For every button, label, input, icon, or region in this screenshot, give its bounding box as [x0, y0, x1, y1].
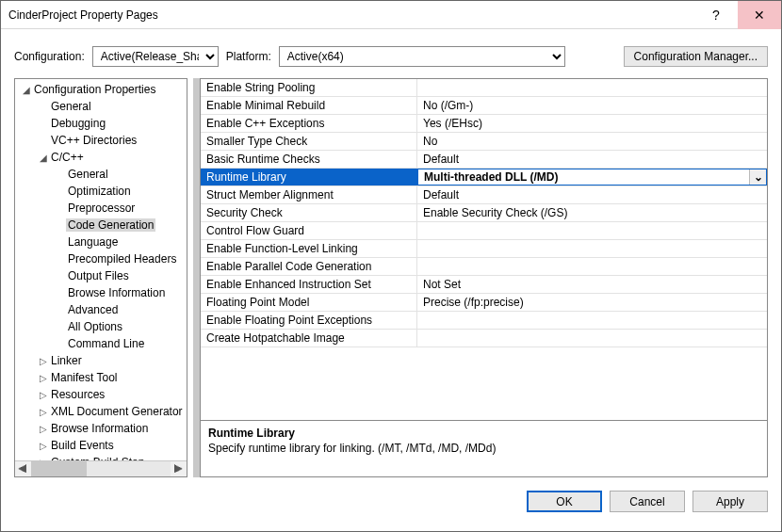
tree-node[interactable]: Advanced [15, 301, 187, 318]
tree-node-label: All Options [66, 320, 124, 333]
tree-node[interactable]: ◢Configuration Properties [15, 81, 187, 98]
scroll-thumb[interactable] [31, 461, 87, 476]
tree-node[interactable]: ▷Custom Build Step [15, 454, 187, 460]
ok-button[interactable]: OK [527, 491, 602, 512]
tree-node[interactable]: General [15, 166, 187, 183]
property-row[interactable]: Enable Minimal RebuildNo (/Gm-) [201, 97, 767, 115]
nav-tree: ◢Configuration PropertiesGeneralDebuggin… [14, 78, 187, 477]
tree-node[interactable]: Preprocessor [15, 200, 187, 217]
property-row[interactable]: Runtime LibraryMulti-threaded DLL (/MD)⌄ [201, 169, 767, 186]
property-value[interactable]: Default [417, 186, 767, 203]
tree-node[interactable]: ◢C/C++ [15, 149, 187, 166]
tree-node-label: Build Events [49, 439, 116, 452]
tree-node-label: VC++ Directories [49, 134, 138, 147]
tree-node-label: Debugging [49, 117, 107, 130]
property-row[interactable]: Smaller Type CheckNo [201, 133, 767, 151]
tree-node[interactable]: ▷Manifest Tool [15, 369, 187, 386]
tree-twist-icon[interactable]: ▷ [38, 390, 49, 400]
description-text: Specify runtime library for linking. (/M… [208, 442, 759, 455]
property-value[interactable]: Enable Security Check (/GS) [417, 204, 767, 221]
close-button[interactable]: ✕ [738, 1, 781, 29]
chevron-down-icon[interactable]: ⌄ [749, 169, 766, 185]
tree-twist-icon[interactable]: ▷ [38, 373, 49, 383]
property-row[interactable]: Control Flow Guard [201, 222, 767, 240]
property-row[interactable]: Struct Member AlignmentDefault [201, 186, 767, 204]
property-grid: Enable String PoolingEnable Minimal Rebu… [200, 78, 768, 477]
tree-twist-icon[interactable]: ▷ [38, 441, 49, 451]
tree-twist-icon[interactable]: ▷ [38, 407, 49, 417]
scroll-track[interactable] [31, 461, 171, 476]
scroll-right-icon[interactable]: ⯈ [171, 463, 187, 475]
tree-node-label: Optimization [66, 185, 133, 198]
platform-label: Platform: [226, 50, 271, 63]
property-row[interactable]: Enable Floating Point Exceptions [201, 312, 767, 330]
tree-node[interactable]: General [15, 98, 187, 115]
property-value[interactable] [417, 330, 767, 347]
property-row[interactable]: Enable Function-Level Linking [201, 240, 767, 258]
description-title: Runtime Library [208, 427, 759, 440]
property-value[interactable] [417, 222, 767, 239]
tree-node[interactable]: Code Generation [15, 217, 187, 234]
tree-node[interactable]: Optimization [15, 183, 187, 200]
help-button[interactable]: ? [694, 1, 738, 29]
configuration-manager-button[interactable]: Configuration Manager... [624, 46, 768, 67]
tree-node[interactable]: ▷Linker [15, 352, 187, 369]
property-row[interactable]: Create Hotpatchable Image [201, 330, 767, 347]
tree-node-label: Advanced [66, 303, 120, 316]
tree-twist-icon[interactable]: ◢ [21, 85, 32, 95]
property-row[interactable]: Enable Parallel Code Generation [201, 258, 767, 276]
tree-node[interactable]: ▷Browse Information [15, 420, 187, 437]
tree-twist-icon[interactable]: ◢ [38, 153, 49, 163]
scroll-left-icon[interactable]: ⯇ [15, 463, 31, 475]
tree-node[interactable]: Debugging [15, 115, 187, 132]
tree-node[interactable]: VC++ Directories [15, 132, 187, 149]
tree-node[interactable]: Browse Information [15, 284, 187, 301]
property-value[interactable]: No (/Gm-) [417, 97, 767, 114]
property-value[interactable]: Precise (/fp:precise) [417, 294, 767, 311]
property-value[interactable] [417, 240, 767, 257]
property-row[interactable]: Basic Runtime ChecksDefault [201, 151, 767, 169]
tree-horizontal-scrollbar[interactable]: ⯇ ⯈ [15, 460, 187, 476]
property-value[interactable]: No [417, 133, 767, 150]
property-description: Runtime Library Specify runtime library … [201, 420, 767, 476]
property-row[interactable]: Enable Enhanced Instruction SetNot Set [201, 276, 767, 294]
tree-node-label: Resources [49, 388, 106, 401]
property-row[interactable]: Floating Point ModelPrecise (/fp:precise… [201, 294, 767, 312]
property-name: Security Check [201, 204, 417, 221]
property-name: Floating Point Model [201, 294, 417, 311]
tree-node-label: Browse Information [49, 422, 150, 435]
property-row[interactable]: Enable String Pooling [201, 79, 767, 97]
property-name: Enable Enhanced Instruction Set [201, 276, 417, 293]
property-value[interactable]: Default [417, 151, 767, 168]
tree-node-label: C/C++ [49, 151, 86, 164]
property-value[interactable]: Yes (/EHsc) [417, 115, 767, 132]
tree-node[interactable]: Language [15, 234, 187, 250]
vertical-splitter[interactable] [193, 78, 200, 477]
apply-button[interactable]: Apply [692, 491, 768, 512]
property-value[interactable] [417, 312, 767, 329]
property-value[interactable] [417, 258, 767, 275]
tree-twist-icon[interactable]: ▷ [38, 356, 49, 366]
platform-select[interactable]: Active(x64) [279, 46, 565, 67]
property-name: Basic Runtime Checks [201, 151, 417, 168]
tree-node[interactable]: ▷XML Document Generator [15, 403, 187, 420]
dialog-footer: OK Cancel Apply [1, 483, 781, 522]
cancel-button[interactable]: Cancel [610, 491, 685, 512]
tree-node-label: Browse Information [66, 286, 167, 299]
property-value[interactable]: Not Set [417, 276, 767, 293]
tree-node[interactable]: Output Files [15, 267, 187, 284]
tree-node[interactable]: Command Line [15, 335, 187, 352]
property-name: Enable Function-Level Linking [201, 240, 417, 257]
property-value[interactable] [417, 79, 767, 96]
tree-node-label: Language [66, 235, 120, 249]
property-row[interactable]: Security CheckEnable Security Check (/GS… [201, 204, 767, 222]
tree-node[interactable]: All Options [15, 318, 187, 335]
tree-node-label: Linker [49, 354, 84, 367]
configuration-select[interactable]: Active(Release_Shared) [92, 46, 219, 67]
tree-twist-icon[interactable]: ▷ [38, 424, 49, 434]
property-row[interactable]: Enable C++ ExceptionsYes (/EHsc) [201, 115, 767, 133]
tree-node[interactable]: Precompiled Headers [15, 250, 187, 267]
property-value[interactable]: Multi-threaded DLL (/MD)⌄ [417, 169, 767, 185]
tree-node[interactable]: ▷Build Events [15, 437, 187, 454]
tree-node[interactable]: ▷Resources [15, 386, 187, 403]
